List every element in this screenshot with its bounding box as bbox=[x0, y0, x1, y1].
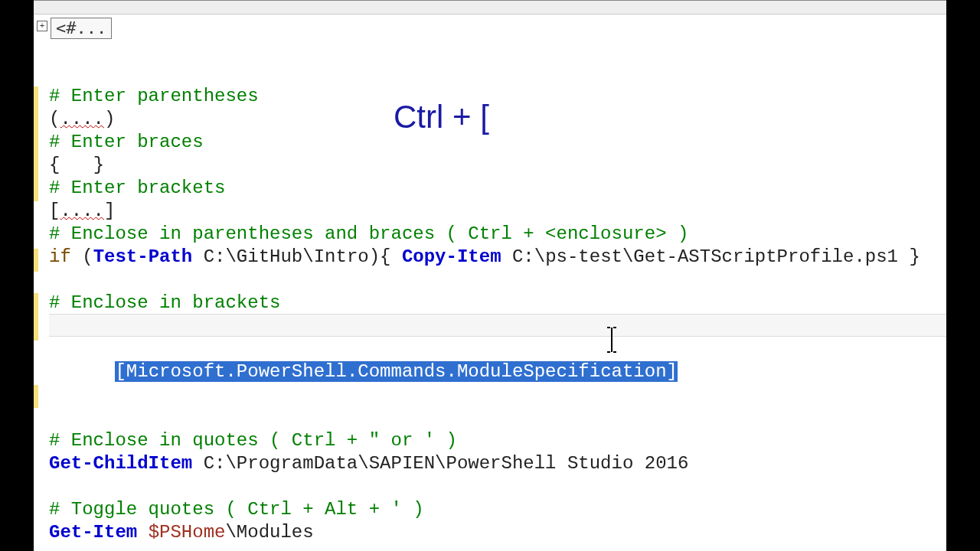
selection: [Microsoft.PowerShell.Commands.ModuleSpe… bbox=[115, 361, 678, 382]
folded-block-badge[interactable]: <#... bbox=[51, 18, 112, 39]
editor-pane[interactable]: + <#... # Enter parentheses (....) # Ent… bbox=[34, 0, 946, 551]
line-braces[interactable]: { } bbox=[49, 154, 946, 177]
shortcut-overlay: Ctrl + [ bbox=[394, 99, 489, 135]
comment-toggle-quotes: # Toggle quotes ( Ctrl + Alt + ' ) bbox=[49, 499, 424, 520]
fold-row: + <#... bbox=[34, 15, 946, 41]
comment-enclose-parens-braces: # Enclose in parentheses and braces ( Ct… bbox=[49, 223, 688, 244]
comment-enclose-brackets: # Enclose in brackets bbox=[49, 292, 280, 313]
comment-enclose-quotes: # Enclose in quotes ( Ctrl + " or ' ) bbox=[49, 430, 457, 451]
editor-top-chrome bbox=[34, 1, 946, 15]
comment-enter-brackets: # Enter brackets bbox=[49, 178, 225, 198]
expand-fold-button[interactable]: + bbox=[37, 21, 47, 31]
comment-enter-parens: # Enter parentheses bbox=[49, 86, 259, 106]
comment-enter-braces: # Enter braces bbox=[49, 132, 204, 152]
change-gutter bbox=[34, 41, 38, 523]
line-if-copyitem[interactable]: if (Test-Path C:\GitHub\Intro){ Copy-Ite… bbox=[49, 246, 946, 269]
code-area[interactable]: # Enter parentheses (....) # Enter brace… bbox=[40, 39, 946, 551]
current-line[interactable]: [Microsoft.PowerShell.Commands.ModuleSpe… bbox=[49, 315, 946, 406]
line-get-item[interactable]: Get-Item $PSHome\Modules bbox=[49, 521, 946, 544]
line-brackets[interactable]: [....] bbox=[49, 200, 946, 223]
line-get-childitem[interactable]: Get-ChildItem C:\ProgramData\SAPIEN\Powe… bbox=[49, 452, 946, 475]
line-parens[interactable]: (....) bbox=[49, 108, 946, 131]
text-caret-pointer-icon bbox=[606, 327, 608, 351]
